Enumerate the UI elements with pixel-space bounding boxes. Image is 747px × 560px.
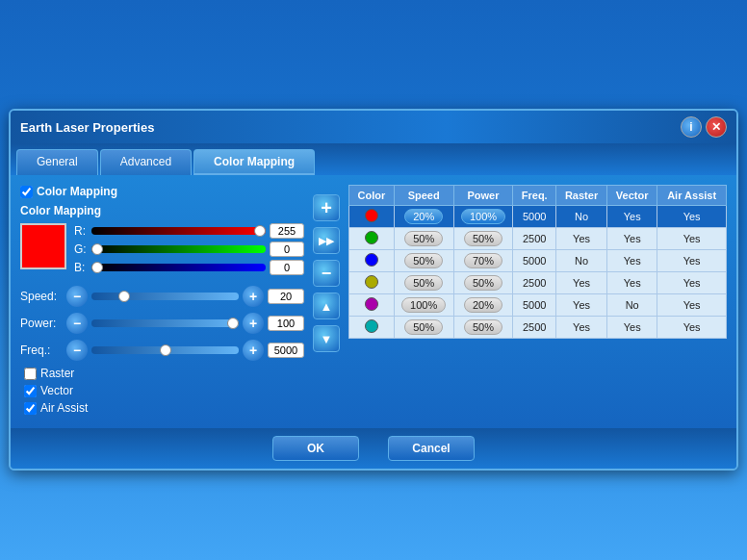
speed-row: Speed: − + 20 — [20, 286, 304, 307]
r-label: R: — [74, 224, 88, 238]
cell-speed: 20% — [394, 206, 453, 228]
table-row[interactable]: 20%100%5000NoYesYes — [349, 206, 727, 228]
speed-plus-button[interactable]: + — [243, 286, 264, 307]
remove-button[interactable]: − — [313, 260, 340, 287]
cell-air-assist: Yes — [657, 206, 727, 228]
speed-value: 20 — [268, 289, 304, 304]
table-row[interactable]: 100%20%5000YesNoYes — [349, 294, 727, 317]
g-slider[interactable] — [91, 245, 266, 253]
left-panel: Color Mapping Color Mapping R: 255 G: — [20, 185, 304, 419]
col-air-assist: Air Assist — [657, 186, 727, 206]
col-freq: Freq. — [513, 186, 556, 206]
vector-row: Vector — [24, 384, 304, 397]
cell-power: 50% — [453, 317, 513, 339]
vector-label: Vector — [40, 384, 73, 397]
power-value: 100 — [268, 316, 304, 331]
freq-slider[interactable] — [91, 346, 239, 354]
rgb-sliders: R: 255 G: 0 B: 0 — [74, 223, 304, 278]
raster-label: Raster — [40, 367, 74, 380]
r-slider[interactable] — [91, 227, 266, 235]
add-button[interactable]: + — [313, 194, 340, 221]
col-speed: Speed — [394, 186, 453, 206]
down-button[interactable]: ▼ — [313, 325, 340, 352]
b-slider-row: B: 0 — [74, 260, 304, 275]
up-button[interactable]: ▲ — [313, 293, 340, 319]
col-color: Color — [349, 186, 395, 206]
speed-minus-button[interactable]: − — [66, 286, 88, 307]
cell-color — [349, 206, 395, 228]
table-row[interactable]: 50%50%2500YesYesYes — [349, 228, 727, 250]
speed-label: Speed: — [20, 290, 63, 303]
air-assist-row: Air Assist — [24, 401, 304, 415]
cell-air-assist: Yes — [657, 317, 727, 339]
raster-checkbox[interactable] — [24, 368, 37, 380]
cell-freq: 2500 — [513, 228, 556, 250]
cell-speed: 100% — [394, 294, 453, 317]
power-minus-button[interactable]: − — [66, 313, 88, 334]
cell-color — [349, 228, 395, 250]
table-row[interactable]: 50%50%2500YesYesYes — [349, 272, 727, 294]
section-label: Color Mapping — [20, 204, 304, 217]
cell-air-assist: Yes — [657, 294, 727, 317]
g-slider-row: G: 0 — [74, 242, 304, 257]
dialog-title: Earth Laser Properties — [20, 120, 154, 135]
color-mapping-checkbox[interactable] — [20, 186, 33, 198]
color-controls: R: 255 G: 0 B: 0 — [20, 223, 304, 278]
dialog-body: Color Mapping Color Mapping R: 255 G: — [11, 175, 736, 428]
title-bar-buttons: i ✕ — [681, 116, 727, 138]
tab-advanced[interactable]: Advanced — [100, 149, 192, 175]
cell-power: 70% — [453, 250, 513, 272]
freq-plus-button[interactable]: + — [243, 340, 264, 361]
dialog: Earth Laser Properties i ✕ General Advan… — [9, 109, 738, 471]
cell-raster: Yes — [556, 272, 607, 294]
cell-vector: Yes — [607, 317, 657, 339]
air-assist-checkbox[interactable] — [24, 402, 37, 415]
cell-speed: 50% — [394, 228, 453, 250]
color-mapping-check-row: Color Mapping — [20, 185, 304, 198]
b-label: B: — [74, 261, 88, 274]
speed-slider[interactable] — [91, 293, 239, 300]
r-slider-row: R: 255 — [74, 223, 304, 239]
cell-vector: Yes — [607, 206, 657, 228]
cell-power: 50% — [453, 272, 513, 294]
power-label: Power: — [20, 317, 63, 330]
cell-color — [349, 294, 395, 317]
power-slider[interactable] — [91, 319, 239, 327]
col-vector: Vector — [607, 186, 657, 206]
power-plus-button[interactable]: + — [243, 313, 264, 334]
middle-panel: + ▶▶ − ▲ ▼ — [312, 185, 341, 419]
freq-row: Freq.: − + 5000 — [20, 340, 304, 361]
cell-raster: No — [556, 206, 607, 228]
tab-bar: General Advanced Color Mapping — [11, 143, 736, 175]
ok-button[interactable]: OK — [272, 436, 359, 461]
cell-air-assist: Yes — [657, 272, 727, 294]
cell-speed: 50% — [394, 250, 453, 272]
air-assist-label: Air Assist — [40, 401, 88, 415]
cell-raster: Yes — [556, 228, 607, 250]
cell-color — [349, 250, 395, 272]
info-button[interactable]: i — [681, 116, 702, 138]
close-button[interactable]: ✕ — [706, 116, 727, 138]
forward-button[interactable]: ▶▶ — [313, 227, 340, 254]
color-table: Color Speed Power Freq. Raster Vector Ai… — [348, 185, 727, 339]
dialog-footer: OK Cancel — [11, 428, 736, 469]
cell-vector: Yes — [607, 250, 657, 272]
color-swatch[interactable] — [20, 223, 66, 269]
col-power: Power — [453, 186, 513, 206]
cell-freq: 2500 — [513, 272, 556, 294]
cancel-button[interactable]: Cancel — [388, 436, 475, 461]
table-row[interactable]: 50%50%2500YesYesYes — [349, 317, 727, 339]
tab-color-mapping[interactable]: Color Mapping — [193, 149, 315, 175]
g-label: G: — [74, 242, 88, 256]
cell-air-assist: Yes — [657, 228, 727, 250]
freq-minus-button[interactable]: − — [66, 340, 88, 361]
cell-power: 20% — [453, 294, 513, 317]
desktop: Earth Laser Properties i ✕ General Advan… — [0, 0, 747, 560]
b-slider[interactable] — [91, 264, 266, 271]
vector-checkbox[interactable] — [24, 385, 37, 397]
freq-value: 5000 — [268, 343, 304, 358]
table-row[interactable]: 50%70%5000NoYesYes — [349, 250, 727, 272]
color-mapping-check-label: Color Mapping — [37, 185, 117, 198]
tab-general[interactable]: General — [16, 149, 98, 175]
cell-power: 50% — [453, 228, 513, 250]
